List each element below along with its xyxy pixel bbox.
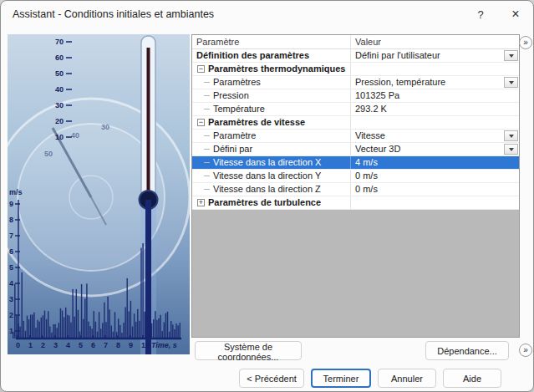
param-cell: Définition des paramètres [192,49,351,62]
dropdown-button[interactable] [504,144,518,155]
expand-dialog-button-bottom[interactable]: » [519,344,532,357]
row-parametre[interactable]: Paramètre Vitesse [192,130,519,143]
value-cell [351,116,519,129]
dependency-button[interactable]: Dépendance... [425,341,509,360]
dropdown-arrow-icon [509,54,514,58]
param-cell: Vitesse dans la direction Z [192,183,351,196]
param-label: Vitesse dans la direction Z [213,183,321,196]
finish-button[interactable]: Terminer [311,369,371,388]
axis-label: 30 [101,123,109,131]
axis-label: 60 [55,53,64,62]
axis-label: 10 [141,341,150,349]
axis-label: 10 [55,133,64,141]
row-pression[interactable]: Pression 101325 Pa [192,89,519,103]
param-cell: Pression [192,89,351,102]
previous-button[interactable]: < Précédent [239,369,304,388]
param-label: Paramètres [213,76,261,89]
row-temperature[interactable]: Température 293.2 K [192,103,519,116]
close-icon[interactable]: × [498,1,533,28]
collapse-icon[interactable]: − [197,119,205,126]
axis-label: m/s [9,188,23,196]
dropdown-arrow-icon [509,148,514,151]
axis-label: 3 [53,341,58,349]
axis-label: 5 [79,341,83,349]
axis-label: 2 [41,341,45,349]
tree-line [204,149,210,150]
axis-label: 70 [55,38,64,46]
axis-label: 6 [91,341,95,349]
row-defini-par[interactable]: Défini par Vecteur 3D [192,143,519,156]
tree-line [204,162,210,163]
value-cell: Défini par l'utilisateur [351,49,519,62]
axis-label: 4 [9,279,13,288]
axis-label: 5 [9,263,13,272]
param-label: Température [213,103,265,115]
row-definition-parametres[interactable]: Définition des paramètres Défini par l'u… [192,49,519,63]
help-bottom-button[interactable]: Aide [443,369,501,388]
param-cell: Paramètre [192,130,351,142]
axis-label: 0 [16,341,20,349]
title-bar: Assistant - Conditions initiales et ambi… [1,1,533,28]
axis-label: 2 [9,311,13,319]
group-label: Paramètres de turbulence [208,196,321,209]
axis-label: 1 [9,327,13,335]
column-header-parametre: Paramètre [192,35,351,48]
axis-label: 50 [44,150,53,158]
group-parametres-thermodynamiques[interactable]: −Paramètres thermodynamiques [192,63,519,76]
tree-line [204,82,210,83]
thermometer-graphic [8,34,190,354]
axis-label: 40 [71,131,79,140]
param-cell: −Paramètres de vitesse [192,116,351,129]
value-cell: 0 m/s [351,170,519,182]
window-title: Assistant - Conditions initiales et ambi… [1,8,214,20]
value-cell: Vecteur 3D [351,143,519,155]
expand-icon[interactable]: + [197,199,205,206]
parameter-table: Paramètre Valeur Définition des paramètr… [191,34,520,338]
value-cell: 0 m/s [351,183,519,196]
axis-label: Time, s [151,341,177,349]
row-vitesse-direction-x[interactable]: Vitesse dans la direction X 4 m/s [192,156,519,170]
axis-label: 8 [9,216,13,224]
group-label: Paramètres de vitesse [208,116,305,129]
dropdown-button[interactable] [504,50,518,61]
dropdown-button[interactable] [504,130,518,141]
axis-label: 7 [9,232,13,240]
row-parametres[interactable]: Paramètres Pression, température [192,76,519,89]
param-cell: Vitesse dans la direction X [192,156,351,169]
dropdown-button[interactable] [504,77,518,88]
axis-label: 9 [9,200,13,208]
value-cell: Vitesse [351,130,519,142]
axis-label: 40 [55,85,64,94]
param-label: Vitesse dans la direction Y [213,170,321,182]
row-vitesse-direction-y[interactable]: Vitesse dans la direction Y 0 m/s [192,170,519,183]
group-parametres-vitesse[interactable]: −Paramètres de vitesse [192,116,519,130]
expand-dialog-button-top[interactable]: » [519,36,532,49]
tree-line [204,135,210,136]
value-cell [351,196,519,209]
axis-label: 8 [116,341,120,349]
row-vitesse-direction-z[interactable]: Vitesse dans la direction Z 0 m/s [192,183,519,196]
collapse-icon[interactable]: − [197,65,205,73]
axis-label: 20 [55,117,64,125]
wizard-dialog: Assistant - Conditions initiales et ambi… [0,0,534,392]
cancel-button[interactable]: Annuler [378,369,436,388]
param-label: Vitesse dans la direction X [213,156,321,169]
axis-label: 30 [55,101,64,109]
group-parametres-turbulence[interactable]: +Paramètres de turbulence [192,196,519,210]
axis-label: 3 [9,295,13,303]
axis-label: 1 [28,341,33,349]
value-cell[interactable]: 4 m/s [351,156,519,169]
axis-label: 7 [104,341,108,349]
column-header-valeur: Valeur [351,35,519,48]
value-cell: 293.2 K [351,103,519,115]
tree-line [204,176,210,176]
param-cell: Paramètres [192,76,351,89]
param-label: Pression [213,89,249,102]
dropdown-arrow-icon [509,81,514,84]
tree-line [204,95,210,96]
title-bar-buttons: ? × [463,1,533,28]
coordinate-system-button[interactable]: Système de coordonnées... [195,341,302,360]
group-label: Paramètres thermodynamiques [208,63,345,75]
help-button[interactable]: ? [463,1,498,28]
axis-label: 4 [66,341,70,349]
